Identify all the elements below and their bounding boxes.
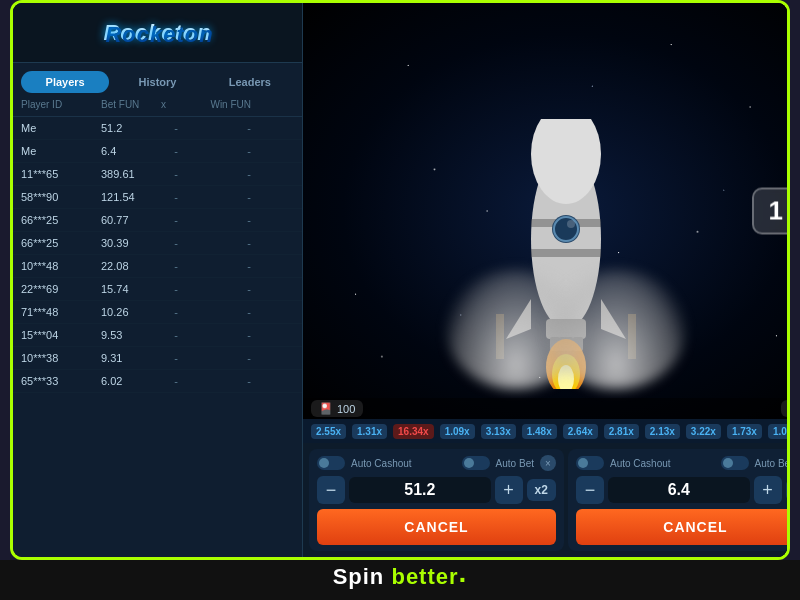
plus-btn-2[interactable]: +	[754, 476, 782, 504]
player-win-cell: -	[191, 237, 251, 249]
right-panel: 1 🎴 100 🔊 0 2.55x1.31x16.34x1.09x3.13x1.…	[303, 3, 790, 557]
header-x: x	[161, 99, 191, 110]
table-row: 66***25 30.39 - -	[13, 232, 302, 255]
player-win-cell: -	[191, 191, 251, 203]
table-row: Me 51.2 - -	[13, 117, 302, 140]
chip-left: 🎴 100	[311, 400, 363, 417]
mult-chip: 1.31x	[352, 424, 387, 439]
player-x-cell: -	[161, 168, 191, 180]
autobet-toggle-1[interactable]	[462, 456, 490, 470]
player-id-cell: 66***25	[21, 214, 101, 226]
autocashout-label-2: Auto Cashout	[610, 458, 671, 469]
autocashout-row-1: Auto Cashout	[317, 456, 412, 470]
mult-chip: 2.55x	[311, 424, 346, 439]
mult-chip: 1.09x	[768, 424, 790, 439]
toggle-knob-2	[578, 458, 588, 468]
player-win-cell: -	[191, 283, 251, 295]
brand-spin-text: Spin better·	[333, 564, 468, 596]
bet-value-2: 6.4	[608, 477, 750, 503]
player-x-cell: -	[161, 352, 191, 364]
player-id-cell: Me	[21, 122, 101, 134]
tab-players[interactable]: Players	[21, 71, 109, 93]
table-row: 71***48 10.26 - -	[13, 301, 302, 324]
player-bet-cell: 389.61	[101, 168, 161, 180]
table-row: 66***25 60.77 - -	[13, 209, 302, 232]
autobet-label-2: Auto Bet	[755, 458, 790, 469]
bet-panels: Auto Cashout Auto Bet × − 51.2 + x2	[303, 443, 790, 557]
player-x-cell: -	[161, 306, 191, 318]
x2-btn-2[interactable]: x2	[786, 479, 790, 501]
player-win-cell: -	[191, 145, 251, 157]
player-id-cell: 10***48	[21, 260, 101, 272]
player-bet-cell: 60.77	[101, 214, 161, 226]
player-bet-cell: 30.39	[101, 237, 161, 249]
player-win-cell: -	[191, 306, 251, 318]
close-btn-1[interactable]: ×	[540, 455, 556, 471]
chip-left-icon: 🎴	[319, 402, 333, 415]
players-list: Me 51.2 - - Me 6.4 - - 11***65 389.61 - …	[13, 117, 302, 557]
cancel-btn-2[interactable]: CANCEL	[576, 509, 790, 545]
autobet-toggle-2[interactable]	[721, 456, 749, 470]
autocashout-toggle-2[interactable]	[576, 456, 604, 470]
player-bet-cell: 9.31	[101, 352, 161, 364]
player-x-cell: -	[161, 145, 191, 157]
mult-chip: 2.81x	[604, 424, 639, 439]
header-win: Win FUN	[191, 99, 251, 110]
bet-value-1: 51.2	[349, 477, 491, 503]
autobet-row-1: Auto Bet ×	[462, 455, 556, 471]
mult-chip: 2.13x	[645, 424, 680, 439]
player-x-cell: -	[161, 260, 191, 272]
minus-btn-1[interactable]: −	[317, 476, 345, 504]
table-row: 10***38 9.31 - -	[13, 347, 302, 370]
player-win-cell: -	[191, 122, 251, 134]
left-panel: Rocketon Players History Leaders Player …	[13, 3, 303, 557]
bet-panel-2: Auto Cashout Auto Bet × − 6.4 + x2	[568, 449, 790, 551]
table-row: Me 6.4 - -	[13, 140, 302, 163]
autocashout-toggle-1[interactable]	[317, 456, 345, 470]
player-bet-cell: 9.53	[101, 329, 161, 341]
mult-chip: 1.09x	[440, 424, 475, 439]
player-id-cell: 65***33	[21, 375, 101, 387]
game-container: Rocketon Players History Leaders Player …	[10, 0, 790, 560]
toggle-knob-autobet-1	[464, 458, 474, 468]
player-id-cell: Me	[21, 145, 101, 157]
autocashout-label-1: Auto Cashout	[351, 458, 412, 469]
autocashout-row-2: Auto Cashout	[576, 456, 671, 470]
player-bet-cell: 6.4	[101, 145, 161, 157]
player-win-cell: -	[191, 329, 251, 341]
chip-right-icon: 🔊	[789, 402, 790, 415]
svg-point-6	[567, 220, 575, 228]
header-bet: Bet FUN	[101, 99, 161, 110]
bet-panel-2-top: Auto Cashout Auto Bet ×	[576, 455, 790, 471]
autobet-label-1: Auto Bet	[496, 458, 534, 469]
player-bet-cell: 15.74	[101, 283, 161, 295]
rocket-container	[456, 109, 676, 389]
mult-chip: 1.73x	[727, 424, 762, 439]
svg-point-5	[554, 217, 578, 241]
plus-btn-1[interactable]: +	[495, 476, 523, 504]
game-area: 1 🎴 100 🔊 0	[303, 3, 790, 419]
table-row: 22***69 15.74 - -	[13, 278, 302, 301]
player-win-cell: -	[191, 352, 251, 364]
player-id-cell: 58***90	[21, 191, 101, 203]
player-id-cell: 71***48	[21, 306, 101, 318]
multiplier-display: 1	[752, 188, 790, 235]
bet-amount-row-2: − 6.4 + x2	[576, 476, 790, 504]
player-id-cell: 10***38	[21, 352, 101, 364]
player-id-cell: 66***25	[21, 237, 101, 249]
svg-rect-3	[531, 249, 601, 257]
minus-btn-2[interactable]: −	[576, 476, 604, 504]
autobet-row-2: Auto Bet ×	[721, 455, 790, 471]
player-win-cell: -	[191, 214, 251, 226]
mult-chip: 16.34x	[393, 424, 434, 439]
player-x-cell: -	[161, 375, 191, 387]
tab-leaders[interactable]: Leaders	[206, 71, 294, 93]
tab-history[interactable]: History	[113, 71, 201, 93]
player-bet-cell: 51.2	[101, 122, 161, 134]
player-win-cell: -	[191, 168, 251, 180]
table-row: 58***90 121.54 - -	[13, 186, 302, 209]
brand-dot: ·	[459, 564, 468, 595]
player-x-cell: -	[161, 122, 191, 134]
x2-btn-1[interactable]: x2	[527, 479, 556, 501]
cancel-btn-1[interactable]: CANCEL	[317, 509, 556, 545]
